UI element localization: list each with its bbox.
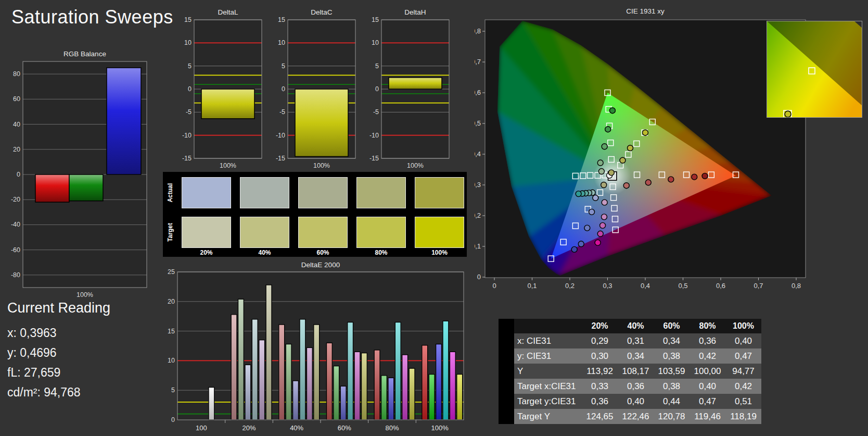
rgb-balance-bar-red xyxy=(35,175,69,202)
cie-measured-red xyxy=(645,180,651,185)
axis-label: 0,6 xyxy=(475,89,481,96)
table-cell: 0,31 xyxy=(618,333,654,348)
table-row-label: Y xyxy=(514,364,582,379)
cie-measured-blue xyxy=(584,225,590,231)
axis-label: 5 xyxy=(375,63,379,70)
table-cell: 0,47 xyxy=(725,348,761,364)
table-cell: 0,42 xyxy=(725,379,761,394)
swatch-actual-20% xyxy=(182,177,231,208)
deltae-bar xyxy=(362,353,367,420)
table-cell: 108,17 xyxy=(618,364,654,379)
rgb-balance-chart[interactable]: RGB Balance806040200-20-40-60-80100% xyxy=(5,48,161,311)
axis-label: 0,5 xyxy=(475,119,481,127)
axis-label: 0,3 xyxy=(475,181,481,189)
swatch-column-label: 100% xyxy=(415,249,464,256)
swatch-actual-80% xyxy=(356,177,406,208)
current-reading-values: x: 0,3963 y: 0,4696 fL: 27,659 cd/m²: 94… xyxy=(7,323,81,402)
deltae2000-chart[interactable]: DeltaE 2000051015202510020%40%60%80%100% xyxy=(163,260,467,436)
axis-label: 0,4 xyxy=(475,150,481,158)
table-row-label: y: CIE31 xyxy=(514,348,582,364)
deltae-bar xyxy=(307,347,312,420)
cie1931-chart[interactable]: CIE 1931 xy00,10,20,30,40,50,60,70,800,1… xyxy=(475,4,816,298)
deltae-bar xyxy=(409,368,415,420)
reading-fl: fL: 27,659 xyxy=(7,363,81,382)
table-cell: 0,34 xyxy=(618,348,654,364)
axis-label: 25 xyxy=(168,268,175,276)
axis-label: 0 xyxy=(17,171,20,178)
table-cell: 0,29 xyxy=(582,333,618,348)
cie-zoom-inset[interactable] xyxy=(767,21,862,118)
cie-measured-red xyxy=(623,183,629,189)
axis-label: -5 xyxy=(279,108,285,116)
deltae-bar xyxy=(266,285,272,420)
table-cell: 0,40 xyxy=(618,394,654,409)
axis-label: 15 xyxy=(168,328,175,335)
axis-label: 100% xyxy=(76,291,93,298)
table-cell: 0,38 xyxy=(654,348,690,364)
deltae-bar xyxy=(231,315,237,420)
table-row-label: Target y:CIE31 xyxy=(514,394,582,409)
deltae-bar xyxy=(422,345,428,420)
axis-label: 20% xyxy=(242,424,256,432)
axis-label: -5 xyxy=(186,108,192,116)
axis-label: 0 xyxy=(375,85,379,93)
table-cell: 0,33 xyxy=(582,379,618,394)
table-cell: 0,36 xyxy=(690,333,725,348)
axis-label: 0,7 xyxy=(754,282,763,290)
deltae-bar xyxy=(381,376,387,420)
deltae-bar xyxy=(443,321,449,420)
cie-measured-blue xyxy=(578,241,584,247)
measurement-table: 20%40%60%80%100%x: CIE310,290,310,340,36… xyxy=(499,319,761,424)
deltae-bar xyxy=(293,381,299,420)
inset-measured-dot xyxy=(785,111,791,117)
axis-label: 0 xyxy=(477,273,481,281)
deltae-bar xyxy=(209,388,214,420)
cie-measured-green xyxy=(605,127,611,132)
cie-measured-magenta xyxy=(600,222,606,228)
deltae-bar xyxy=(374,350,380,420)
axis-label: -40 xyxy=(11,221,20,228)
cie-measured-red xyxy=(668,177,674,182)
current-reading-heading: Current Reading xyxy=(7,300,110,316)
delta-c-chart[interactable]: DeltaC151050-5-10-15100% xyxy=(263,7,359,172)
axis-label: -80 xyxy=(11,271,20,279)
axis-label: 0,1 xyxy=(475,242,481,250)
deltae-bar xyxy=(300,319,305,420)
delta-l-chart[interactable]: DeltaL151050-5-10-15100% xyxy=(169,7,265,172)
axis-label: 60% xyxy=(338,424,351,432)
axis-label: 100% xyxy=(313,162,330,169)
deltal-bar xyxy=(201,89,254,119)
cie-measured-blue xyxy=(589,209,595,215)
deltae-bar xyxy=(286,344,291,420)
cie-measured-blue xyxy=(593,195,598,201)
axis-label: 100% xyxy=(431,424,449,432)
axis-label: 0,4 xyxy=(641,282,650,290)
table-cell: 0,40 xyxy=(690,379,725,394)
table-row-label: x: CIE31 xyxy=(514,333,582,348)
table-header-row: 20%40%60%80%100% xyxy=(499,319,761,333)
cie-measured-yellow xyxy=(628,145,633,151)
cie-measured-red xyxy=(702,173,708,179)
swatch-row-label-actual: Actual xyxy=(167,183,174,203)
swatch-comparison-panel[interactable]: ActualTarget20%40%60%80%100% xyxy=(163,172,467,257)
cie-measured-green xyxy=(602,144,607,150)
axis-label: 0 xyxy=(171,416,175,423)
axis-label: 0,3 xyxy=(603,282,612,290)
delta-h-chart[interactable]: DeltaH151050-5-10-15100% xyxy=(356,7,453,172)
axis-label: 0 xyxy=(282,85,285,93)
axis-label: 20 xyxy=(168,298,175,305)
axis-label: -10 xyxy=(369,132,379,139)
deltae-bar xyxy=(450,352,455,420)
deltae-bar xyxy=(429,375,435,420)
table-cell: 119,46 xyxy=(690,409,725,424)
axis-label: -10 xyxy=(276,132,285,139)
calibration-app-window: Saturation Sweeps RGB Balance806040200-2… xyxy=(0,0,868,436)
axis-label: -20 xyxy=(11,196,20,203)
deltah-bar xyxy=(389,78,442,89)
axis-label: 0,6 xyxy=(716,282,725,290)
table-cell: 122,46 xyxy=(618,409,654,424)
reading-cdm2: cd/m²: 94,768 xyxy=(7,382,81,402)
table-column-header: 40% xyxy=(618,319,654,333)
axis-label: -15 xyxy=(369,155,379,162)
table-cell: 118,19 xyxy=(725,409,761,424)
